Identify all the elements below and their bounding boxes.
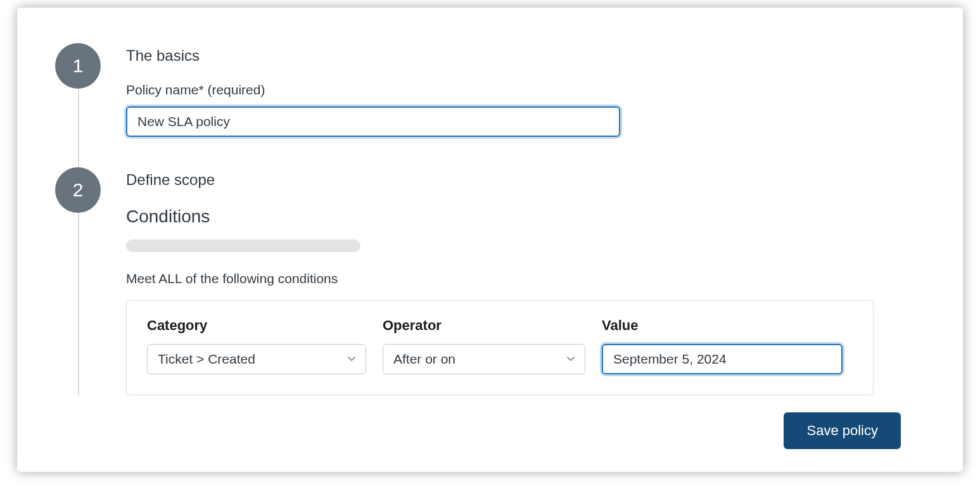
operator-value: After or on [393, 352, 455, 367]
operator-label: Operator [383, 317, 585, 334]
section-title-basics: The basics [126, 47, 925, 65]
save-policy-button[interactable]: Save policy [784, 412, 901, 449]
conditions-box: Category Ticket > Created Operator After… [126, 300, 874, 395]
step-number-2: 2 [73, 179, 84, 201]
policy-name-input[interactable] [126, 106, 620, 137]
value-input[interactable] [602, 344, 843, 374]
condition-category-col: Category Ticket > Created [147, 317, 366, 374]
chevron-down-icon [566, 352, 576, 367]
step-number-1: 1 [73, 55, 84, 77]
step-connector [78, 213, 79, 395]
chevron-down-icon [347, 352, 357, 367]
condition-operator-col: Operator After or on [383, 317, 585, 374]
conditions-heading: Conditions [126, 206, 925, 227]
section-title-scope: Define scope [126, 171, 925, 189]
conditions-intro: Meet ALL of the following conditions [126, 271, 925, 286]
condition-value-col: Value [602, 317, 843, 374]
step-basics: 1 The basics Policy name* (required) [55, 43, 925, 167]
step-define-scope: 2 Define scope Conditions Meet ALL of th… [55, 167, 925, 395]
operator-select[interactable]: After or on [383, 344, 585, 374]
placeholder-pill [126, 239, 360, 252]
policy-name-label: Policy name* (required) [126, 82, 925, 98]
category-label: Category [147, 317, 366, 334]
step-2-content: Define scope Conditions Meet ALL of the … [126, 167, 925, 395]
actions-row: Save policy [784, 412, 901, 449]
policy-form-card: 1 The basics Policy name* (required) 2 D… [17, 8, 963, 472]
category-value: Ticket > Created [158, 352, 255, 367]
category-select[interactable]: Ticket > Created [147, 344, 366, 374]
step-badge-2: 2 [55, 167, 101, 213]
step-1-content: The basics Policy name* (required) [126, 43, 925, 137]
step-badge-1: 1 [55, 43, 101, 89]
steps-container: 1 The basics Policy name* (required) 2 D… [55, 43, 925, 395]
value-label: Value [602, 317, 843, 334]
